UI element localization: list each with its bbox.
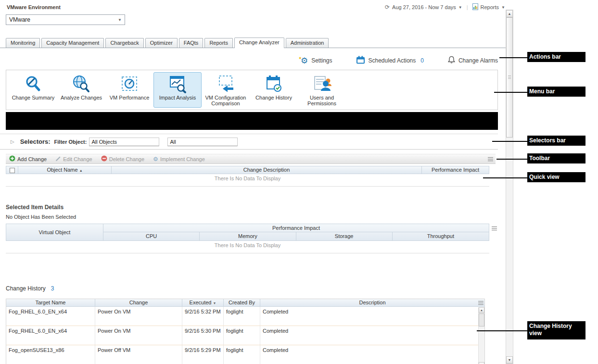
select-all-checkbox[interactable]	[10, 168, 15, 173]
callout-selectors-bar: Selectors bar	[527, 136, 585, 146]
implement-change-label: Implement Change	[160, 156, 205, 162]
callout-toolbar: Toolbar	[527, 153, 585, 163]
column-header-virtual-object[interactable]: Virtual Object	[6, 224, 103, 240]
selected-item-details-title: Selected Item Details	[6, 204, 506, 211]
selectors-bar: ▷ Selectors: Filter Object: All Objects …	[0, 134, 498, 150]
tab-monitoring[interactable]: Monitoring	[6, 38, 40, 48]
tab-reports[interactable]: Reports	[204, 38, 233, 48]
delete-change-label: Delete Change	[109, 156, 144, 162]
changes-table-header: Object Name▲ Change Description Performa…	[6, 166, 489, 174]
cell-change: Power Off VM	[95, 345, 182, 364]
menu-item-change-history[interactable]: Change History	[250, 72, 298, 108]
expander-icon[interactable]: ▷	[11, 139, 14, 144]
menu-item-users-and-permissions[interactable]: Users and Permissions	[298, 72, 346, 108]
column-header-description[interactable]: Description	[260, 299, 484, 307]
column-header-memory[interactable]: Memory	[200, 232, 296, 240]
scheduled-actions-count: 0	[420, 57, 424, 64]
column-header-created-by[interactable]: Created By	[223, 299, 260, 307]
menu-item-vm-configuration-comparison[interactable]: VM Configuration Comparison	[202, 72, 250, 108]
filter-type-select[interactable]: All	[167, 138, 238, 146]
toolbar-customizer-icon[interactable]	[488, 157, 493, 163]
table-customizer-icon[interactable]	[492, 226, 497, 232]
reports-icon	[472, 3, 478, 11]
toolbar: Add Change Edit Change Delete Change ⚙ I…	[6, 154, 496, 164]
settings-button[interactable]: ⚙✦ Settings	[301, 57, 332, 65]
cell-created-by: foglight	[223, 326, 260, 345]
filter-object-label: Filter Object:	[54, 139, 87, 145]
table-customizer-icon[interactable]	[478, 301, 483, 306]
cell-description: Completed	[260, 307, 478, 326]
cell-target-name: Fog_RHEL_6.0_EN_x64	[6, 326, 95, 345]
divider: |	[467, 4, 468, 10]
environment-dropdown-value: VMware	[9, 16, 30, 23]
top-header: VMware Environment ⟳ Aug 27, 2016 - Now …	[0, 0, 506, 11]
selectors-label: Selectors:	[20, 138, 51, 145]
callout-actions-bar: Actions bar	[527, 52, 585, 62]
column-header-storage[interactable]: Storage	[296, 232, 393, 240]
menu-item-vm-performance[interactable]: VM Performance	[105, 72, 153, 108]
time-range-caret-icon[interactable]: ▼	[458, 5, 462, 10]
tab-change-analyzer[interactable]: Change Analyzer	[234, 38, 284, 48]
scroll-up-icon[interactable]: ▲	[479, 307, 484, 313]
implement-change-button: ⚙ Implement Change	[150, 156, 210, 162]
filter-object-select[interactable]: All Objects	[89, 138, 159, 146]
calendar-icon	[356, 56, 365, 65]
column-header-change-description[interactable]: Change Description	[111, 166, 421, 174]
scroll-down-icon[interactable]: ▼	[479, 362, 484, 364]
analyze-changes-icon	[71, 74, 92, 95]
column-header-performance-impact[interactable]: Performance Impact	[421, 166, 489, 174]
column-header-target-name[interactable]: Target Name	[6, 299, 95, 307]
column-header-object-name[interactable]: Object Name▲	[18, 166, 111, 174]
column-header-cpu[interactable]: CPU	[103, 232, 200, 240]
tab-administration[interactable]: Administration	[286, 38, 329, 48]
change-history-heading: Change History3	[6, 285, 506, 292]
top-right-controls: ⟳ Aug 27, 2016 - Now 7 days ▼ | Reports …	[385, 3, 505, 11]
scroll-up-icon[interactable]: ▲	[506, 10, 513, 17]
menu-item-impact-analysis[interactable]: Impact Analysis	[153, 72, 202, 108]
main-content: VMware Environment ⟳ Aug 27, 2016 - Now …	[0, 0, 506, 364]
environment-dropdown[interactable]: VMware ▼	[6, 14, 125, 25]
cell-created-by: foglight	[223, 307, 260, 326]
tab-capacity-management[interactable]: Capacity Management	[41, 38, 104, 48]
table-row[interactable]: Fog_RHEL_6.0_EN_x64 Power On VM 9/2/16 5…	[6, 326, 478, 345]
reports-menu[interactable]: Reports	[481, 4, 499, 10]
reports-caret-icon[interactable]: ▼	[501, 5, 505, 10]
vm-configuration-comparison-icon	[215, 74, 236, 95]
callout-line-menu-bar	[494, 92, 527, 93]
column-label: Executed	[190, 300, 212, 305]
scroll-down-icon[interactable]: ▼	[506, 356, 513, 364]
change-history-rows: Fog_RHEL_6.0_EN_x64 Power On VM 9/2/16 5…	[6, 307, 478, 364]
column-header-throughput[interactable]: Throughput	[393, 232, 489, 240]
tab-bar: Monitoring Capacity Management Chargebac…	[0, 38, 506, 48]
change-history-table: Target Name Change Executed▼ Created By …	[6, 299, 485, 364]
menu-item-change-summary[interactable]: Change Summary	[9, 72, 57, 108]
tab-faqts[interactable]: FAQts	[179, 38, 204, 48]
tab-optimizer[interactable]: Optimizer	[145, 38, 178, 48]
impact-analysis-icon	[167, 74, 188, 95]
actions-bar: ⚙✦ Settings Scheduled Actions 0 Change A…	[0, 54, 498, 67]
edit-change-button: Edit Change	[52, 156, 98, 163]
page-scrollbar[interactable]: ▲ ▼	[506, 10, 513, 364]
scheduled-actions-button[interactable]: Scheduled Actions 0	[356, 56, 424, 65]
settings-label: Settings	[311, 57, 332, 64]
cell-executed: 9/2/16 5:29 PM	[182, 345, 223, 364]
column-header-executed[interactable]: Executed▼	[182, 299, 223, 307]
change-alarms-button[interactable]: Change Alarms	[448, 56, 498, 65]
change-history-icon	[263, 74, 284, 95]
selected-item-details-subtitle: No Object Has Been Selected	[6, 214, 506, 220]
table-row[interactable]: Fog_RHEL_6.0_EN_x64 Power On VM 9/2/16 5…	[6, 307, 478, 326]
table-scrollbar[interactable]: ▲ ▼	[478, 307, 484, 364]
scrollbar-thumb[interactable]	[479, 314, 484, 326]
table-row[interactable]: Fog_openSUSE13_x86 Power Off VM 9/2/16 5…	[6, 345, 478, 364]
users-and-permissions-icon	[311, 74, 332, 95]
time-range-selector[interactable]: Aug 27, 2016 - Now 7 days	[392, 4, 456, 10]
cell-change: Power On VM	[95, 326, 182, 345]
bell-icon	[448, 56, 455, 65]
scheduled-actions-label: Scheduled Actions	[369, 57, 416, 64]
add-change-button[interactable]: Add Change	[6, 155, 52, 163]
menu-item-label: VM Performance	[110, 95, 150, 100]
scrollbar-thumb[interactable]	[506, 17, 513, 138]
menu-item-analyze-changes[interactable]: Analyze Changes	[57, 72, 105, 108]
column-header-change[interactable]: Change	[95, 299, 182, 307]
tab-chargeback[interactable]: Chargeback	[105, 38, 143, 48]
